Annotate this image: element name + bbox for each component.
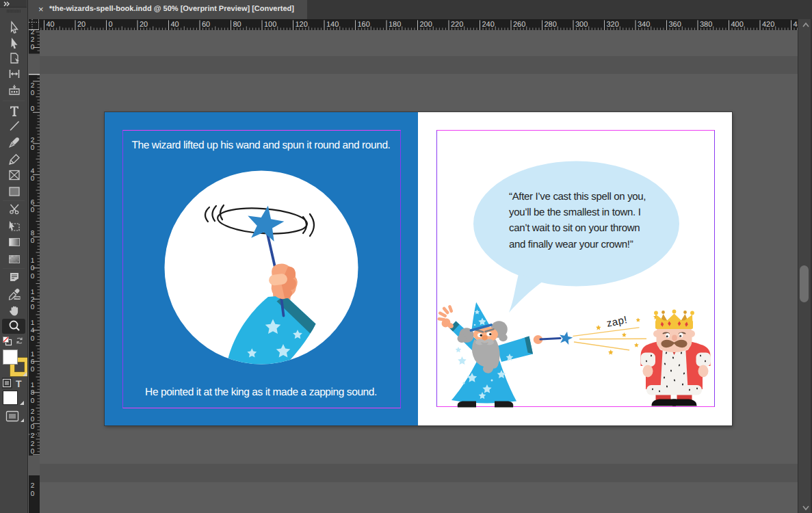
svg-text:180: 180	[389, 21, 401, 29]
svg-text:2: 2	[30, 432, 34, 440]
svg-text:4: 4	[30, 168, 34, 175]
svg-text:8: 8	[30, 230, 34, 237]
svg-text:0: 0	[30, 490, 34, 498]
svg-text:1: 1	[30, 382, 34, 389]
svg-text:200: 200	[420, 21, 432, 29]
svg-text:1: 1	[30, 257, 34, 265]
svg-text:160: 160	[358, 21, 370, 29]
svg-text:2: 2	[30, 30, 34, 36]
svg-text:0: 0	[30, 144, 34, 152]
svg-text:140: 140	[326, 21, 339, 29]
svg-text:0: 0	[109, 21, 113, 29]
svg-text:20: 20	[77, 21, 86, 29]
svg-text:4: 4	[30, 327, 34, 334]
svg-text:1: 1	[30, 351, 34, 358]
svg-text:0: 0	[30, 105, 34, 113]
svg-text:0: 0	[30, 265, 34, 272]
svg-text:2: 2	[30, 137, 34, 144]
svg-text:340: 340	[638, 21, 650, 29]
svg-text:2: 2	[30, 440, 34, 448]
svg-text:120: 120	[296, 21, 308, 29]
svg-text:0: 0	[30, 44, 34, 51]
svg-text:2: 2	[30, 408, 34, 416]
svg-text:0: 0	[30, 304, 34, 311]
svg-text:220: 220	[451, 21, 463, 29]
svg-text:420: 420	[762, 21, 774, 29]
svg-text:2: 2	[30, 82, 34, 90]
svg-text:80: 80	[233, 21, 241, 29]
svg-text:320: 320	[607, 21, 619, 29]
svg-text:20: 20	[140, 21, 148, 29]
svg-text:0: 0	[30, 175, 34, 183]
svg-text:300: 300	[575, 21, 588, 29]
svg-text:0: 0	[30, 366, 34, 373]
svg-text:280: 280	[545, 21, 557, 29]
svg-text:40: 40	[171, 21, 179, 29]
svg-text:360: 360	[669, 21, 681, 29]
svg-text:0: 0	[30, 397, 34, 405]
svg-text:0: 0	[30, 448, 34, 456]
svg-text:0: 0	[30, 90, 34, 97]
svg-text:240: 240	[482, 21, 495, 29]
svg-text:1: 1	[30, 289, 34, 296]
svg-text:100: 100	[264, 21, 276, 29]
svg-text:6: 6	[30, 199, 34, 207]
svg-text:2: 2	[30, 482, 34, 490]
svg-text:2: 2	[30, 36, 34, 44]
svg-text:T: T	[16, 378, 22, 389]
svg-text:1: 1	[30, 319, 34, 327]
svg-text:0: 0	[30, 335, 34, 343]
svg-text:40: 40	[47, 21, 55, 29]
svg-text:60: 60	[202, 21, 210, 29]
svg-text:0: 0	[30, 207, 34, 214]
svg-text:0: 0	[30, 416, 34, 423]
svg-text:260: 260	[513, 21, 525, 29]
svg-text:0: 0	[30, 423, 34, 431]
svg-text:8: 8	[30, 389, 34, 397]
svg-text:2: 2	[30, 296, 34, 304]
svg-text:0: 0	[30, 237, 34, 245]
svg-text:6: 6	[30, 358, 34, 366]
svg-text:380: 380	[700, 21, 712, 29]
svg-text:400: 400	[731, 21, 744, 29]
svg-text:0: 0	[30, 273, 34, 280]
